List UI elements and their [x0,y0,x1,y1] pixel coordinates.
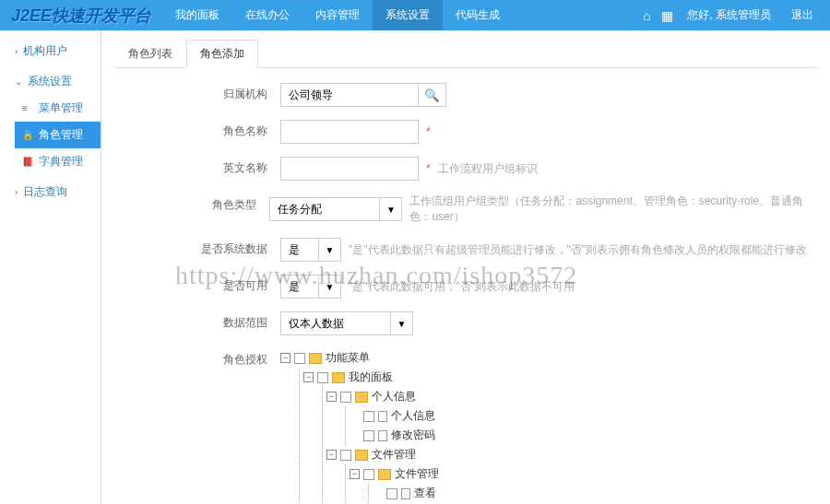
list-icon: ≡ [22,103,33,114]
org-input[interactable] [280,83,419,107]
home-icon[interactable]: ⌂ [639,8,654,23]
tree-toggle[interactable]: − [303,372,314,382]
file-icon [378,411,387,422]
tree-checkbox[interactable] [363,469,374,480]
search-icon: 🔍 [424,88,440,102]
tree-node: −个人信息 [326,387,439,406]
top-right: ⌂ ▦ 您好, 系统管理员 退出 [639,7,830,23]
tree-label[interactable]: 查看 [414,486,436,501]
tree-checkbox[interactable] [363,411,374,422]
greeting[interactable]: 您好, 系统管理员 [680,7,778,23]
book-icon: 📕 [22,157,33,168]
grid-icon[interactable]: ▦ [659,8,674,23]
en-name-hint: 工作流程用户组标识 [438,161,538,177]
required-mark: * [426,125,431,138]
tabs: 角色列表角色添加 [114,40,817,68]
tree-toggle[interactable]: − [326,450,337,460]
org-label: 归属机构 [114,83,280,102]
file-icon [378,430,387,441]
role-type-dropdown-button[interactable]: ▼ [380,197,402,221]
tab[interactable]: 角色添加 [186,40,258,68]
role-name-input[interactable] [280,120,419,144]
sidebar-group-header[interactable]: ›机构用户 [7,38,101,64]
tree-node: −我的面板 [303,368,439,387]
required-mark: * [426,162,431,175]
tree-checkbox[interactable] [340,392,351,403]
chevron-down-icon: ▼ [386,205,396,215]
data-scope-dropdown-button[interactable]: ▼ [391,311,413,335]
org-search-button[interactable]: 🔍 [419,83,446,107]
is-enable-label: 是否可用 [114,275,280,294]
topnav-item[interactable]: 我的面板 [162,0,232,30]
topnav-item[interactable]: 在线办公 [232,0,302,30]
chevron-down-icon: ⌄ [15,76,22,87]
en-name-label: 英文名称 [114,157,280,176]
topnav-item[interactable]: 内容管理 [302,0,373,30]
data-scope-label: 数据范围 [114,311,280,331]
role-type-hint: 工作流组用户组类型（任务分配：assignment、管理角色：security-… [409,193,817,225]
chevron-right-icon: › [15,187,18,197]
permission-tree: −功能菜单−我的面板−个人信息个人信息修改密码−文件管理−文件管理查看上传修改−… [280,348,439,504]
sidebar-item[interactable]: 🔒角色管理 [15,122,101,148]
tab[interactable]: 角色列表 [114,40,186,67]
auth-label: 角色授权 [114,348,280,368]
folder-icon [355,392,368,403]
tree-label[interactable]: 个人信息 [372,389,416,404]
tree-node: 修改密码 [350,426,439,445]
tree-node: 个人信息 [350,406,439,426]
tree-checkbox[interactable] [386,488,397,499]
sidebar-group-header[interactable]: ›日志查询 [7,179,101,205]
tree-checkbox[interactable] [363,430,374,441]
folder-icon [355,450,368,461]
tree-toggle[interactable]: − [350,469,360,479]
chevron-down-icon: ▼ [326,245,335,255]
tree-label[interactable]: 功能菜单 [326,350,370,366]
tree-toggle[interactable]: − [326,392,337,402]
chevron-down-icon: ▼ [326,282,335,292]
logout-link[interactable]: 退出 [784,7,821,23]
tree-node: 查看 [373,484,439,503]
is-system-dropdown-button[interactable]: ▼ [319,238,341,262]
role-type-label: 角色类型 [114,193,269,213]
tree-node: −文件管理 [326,445,439,464]
is-system-hint: "是"代表此数据只有超级管理员能进行修改，"否"则表示拥有角色修改人员的权限都能… [349,242,807,258]
tree-label[interactable]: 个人信息 [391,408,435,424]
tree-checkbox[interactable] [294,353,305,364]
sidebar-group-label: 机构用户 [23,43,67,59]
sidebar-item[interactable]: ≡菜单管理 [15,95,101,122]
tree-checkbox[interactable] [317,372,328,383]
sidebar-group-header[interactable]: ⌄系统设置 [7,68,101,95]
chevron-right-icon: › [15,46,18,56]
tree-node: −文件管理 [350,464,439,484]
is-enable-select[interactable] [280,275,319,299]
folder-icon [378,469,391,480]
data-scope-select[interactable] [280,311,391,335]
topnav-item[interactable]: 系统设置 [373,0,443,30]
role-name-label: 角色名称 [114,120,280,139]
is-enable-hint: "是"代表此数据可用，"否"则表示此数据不可用 [349,279,575,295]
sidebar-item[interactable]: 📕字典管理 [15,148,101,175]
chevron-down-icon: ▼ [397,319,407,329]
sidebar-group-label: 系统设置 [28,74,72,89]
sidebar-item-label: 角色管理 [39,127,83,143]
logo: J2EE快速开发平台 [0,5,162,27]
en-name-input[interactable] [280,157,419,181]
top-nav: 我的面板在线办公内容管理系统设置代码生成 [162,0,513,30]
role-type-select[interactable] [269,197,380,221]
sidebar-item-label: 字典管理 [39,154,83,170]
topnav-item[interactable]: 代码生成 [443,0,513,30]
tree-checkbox[interactable] [340,450,351,461]
tree-label[interactable]: 文件管理 [395,466,439,482]
sidebar: ›机构用户⌄系统设置≡菜单管理🔒角色管理📕字典管理›日志查询 [0,30,101,504]
sidebar-group-label: 日志查询 [23,184,67,200]
tree-toggle[interactable]: − [280,353,290,363]
tree-label[interactable]: 文件管理 [372,447,416,463]
is-enable-dropdown-button[interactable]: ▼ [319,275,341,299]
is-system-label: 是否系统数据 [114,238,280,257]
folder-icon [332,372,345,383]
content-area: 角色列表角色添加 归属机构 🔍 角色名称 * 英文名称 [101,30,830,504]
tree-label[interactable]: 我的面板 [349,369,393,385]
is-system-select[interactable] [280,238,319,262]
file-icon [401,488,410,499]
tree-label[interactable]: 修改密码 [391,428,435,443]
